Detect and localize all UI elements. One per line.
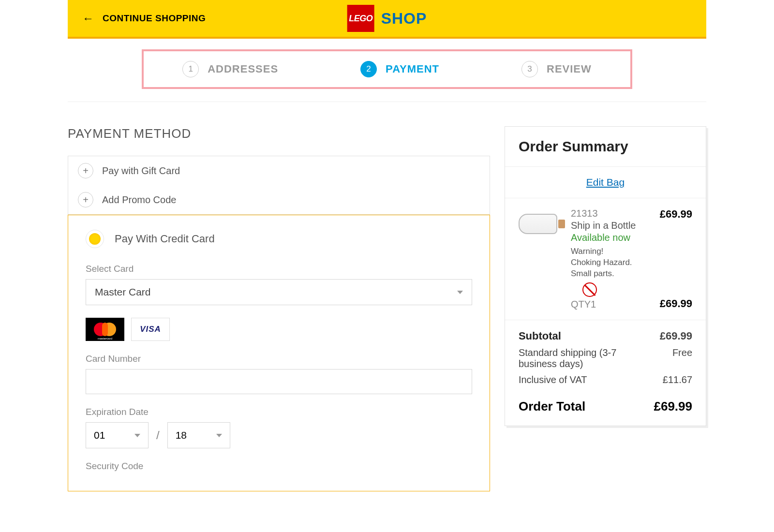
subtotal-value: £69.99 (660, 330, 692, 342)
shop-wordmark: SHOP (381, 10, 427, 28)
security-code-label: Security Code (86, 461, 472, 472)
plus-icon: + (78, 163, 93, 178)
subtotal-label: Subtotal (519, 330, 561, 342)
plus-icon: + (78, 192, 93, 207)
choking-hazard-icon (582, 282, 597, 297)
promo-code-label: Add Promo Code (102, 194, 176, 206)
chevron-down-icon (134, 434, 140, 437)
checkout-steps: 1 ADDRESSES 2 PAYMENT 3 REVIEW (142, 49, 632, 89)
promo-code-row[interactable]: + Add Promo Code (68, 185, 490, 214)
visa-logo[interactable]: VISA (131, 318, 170, 341)
step-label-review: REVIEW (547, 63, 592, 75)
step-num-1: 1 (182, 61, 199, 77)
order-summary-title: Order Summary (519, 138, 692, 155)
shipping-label: Standard shipping (3-7 business days) (519, 347, 625, 369)
item-unit-price: £69.99 (660, 208, 692, 221)
card-number-label: Card Number (86, 354, 472, 364)
select-card-label: Select Card (86, 264, 472, 274)
order-summary-panel: Order Summary Edit Bag 21313 Ship in a B… (505, 126, 706, 426)
payment-options-panel: + Pay with Gift Card + Add Promo Code (68, 156, 490, 215)
edit-bag-link[interactable]: Edit Bag (586, 177, 625, 188)
exp-month-select[interactable]: 01 (86, 422, 149, 448)
vat-value: £11.67 (663, 374, 692, 385)
step-num-2: 2 (360, 61, 377, 77)
credit-card-section: Pay With Credit Card Select Card Master … (68, 215, 490, 491)
step-payment[interactable]: 2 PAYMENT (360, 61, 439, 77)
shipping-value: Free (672, 347, 692, 358)
chevron-down-icon (216, 434, 222, 437)
brand-block: LEGO SHOP (347, 5, 427, 32)
payment-method-heading: PAYMENT METHOD (68, 126, 490, 141)
back-arrow-icon[interactable]: ← (82, 12, 94, 25)
exp-month-value: 01 (94, 429, 105, 441)
cart-item-row: 21313 Ship in a Bottle Available now War… (505, 198, 706, 320)
separator: / (156, 429, 160, 442)
mastercard-logo[interactable]: mastercard (86, 318, 124, 341)
gift-card-row[interactable]: + Pay with Gift Card (68, 156, 490, 185)
card-type-select[interactable]: Master Card (86, 279, 472, 305)
step-label-addresses: ADDRESSES (208, 63, 278, 75)
item-line-price: £69.99 (660, 297, 692, 310)
product-thumbnail (519, 211, 562, 238)
item-sku: 21313 (571, 208, 651, 219)
step-num-3: 3 (521, 61, 538, 77)
card-number-input[interactable] (86, 369, 472, 394)
step-addresses[interactable]: 1 ADDRESSES (182, 61, 278, 77)
item-availability: Available now (571, 232, 651, 243)
exp-year-select[interactable]: 18 (167, 422, 230, 448)
warning-line: Small parts. (571, 268, 651, 280)
step-label-payment: PAYMENT (386, 63, 439, 75)
credit-card-radio[interactable] (86, 230, 104, 248)
radio-dot-icon (89, 233, 101, 245)
vat-label: Inclusive of VAT (519, 374, 587, 385)
item-qty: QTY1 (571, 299, 651, 310)
warning-line: Choking Hazard. (571, 257, 651, 268)
expiration-label: Expiration Date (86, 407, 472, 417)
credit-card-label: Pay With Credit Card (115, 233, 215, 245)
continue-shopping-link[interactable]: CONTINUE SHOPPING (103, 13, 206, 24)
item-name: Ship in a Bottle (571, 220, 651, 231)
gift-card-label: Pay with Gift Card (102, 165, 180, 177)
order-total-value: £69.99 (654, 399, 692, 414)
chevron-down-icon (457, 291, 463, 294)
exp-year-value: 18 (176, 429, 187, 441)
lego-logo-text: LEGO (349, 14, 372, 24)
step-review[interactable]: 3 REVIEW (521, 61, 592, 77)
card-type-value: Master Card (95, 286, 151, 298)
header-bar: ← CONTINUE SHOPPING LEGO SHOP (68, 0, 706, 39)
lego-logo[interactable]: LEGO (347, 5, 374, 32)
warning-line: Warning! (571, 246, 651, 257)
checkout-steps-wrapper: 1 ADDRESSES 2 PAYMENT 3 REVIEW (68, 39, 706, 102)
order-total-label: Order Total (519, 399, 585, 414)
